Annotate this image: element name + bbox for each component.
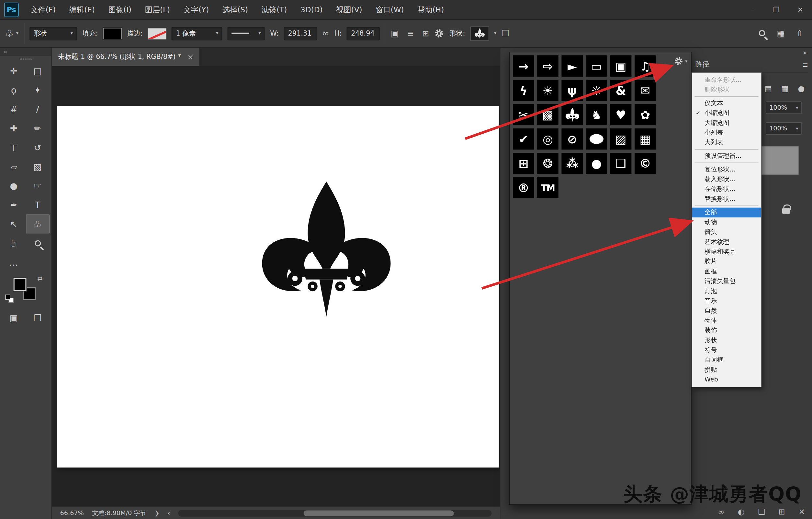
flower-shape[interactable]: ✿ <box>635 104 656 126</box>
chevron-down-icon[interactable]: ▾ <box>494 31 496 36</box>
flyout-menu-item[interactable]: 台词框 <box>692 355 761 365</box>
magic-wand-tool[interactable]: ✦ <box>26 80 50 99</box>
check-mark-shape[interactable]: ✔ <box>513 128 534 150</box>
combine-shapes-icon[interactable]: ❐ <box>501 28 509 38</box>
zoom-level[interactable]: 66.67% <box>60 509 84 516</box>
default-colors-icon[interactable] <box>5 295 10 300</box>
search-icon[interactable] <box>759 28 765 38</box>
flyout-menu-item[interactable]: 画框 <box>692 267 761 276</box>
stamp-shape[interactable]: ▩ <box>537 104 558 126</box>
collapse-panel-icon[interactable]: « <box>4 49 7 55</box>
heart-shape[interactable]: ♥ <box>610 104 632 126</box>
horizontal-scrollbar[interactable] <box>178 510 491 516</box>
direct-selection-tool[interactable]: ↖ <box>2 214 26 233</box>
flyout-menu-item[interactable]: 拼贴 <box>692 365 761 375</box>
target-shape[interactable]: ◎ <box>537 128 558 150</box>
menubar-item[interactable]: 图层(L) <box>138 0 177 20</box>
thick-frame-shape[interactable]: ❏ <box>610 153 632 174</box>
foreground-color-swatch[interactable] <box>13 278 27 291</box>
hand-tool[interactable]: ☞ <box>2 234 26 253</box>
panel-grip-icon[interactable] <box>20 59 32 60</box>
restore-button[interactable]: ❐ <box>765 0 789 20</box>
new-layer-icon[interactable]: ⊞ <box>779 507 785 517</box>
speech-bubble-shape[interactable] <box>586 128 607 150</box>
flyout-menu-item[interactable]: 横幅和奖品 <box>692 247 761 256</box>
eraser-tool[interactable]: ▱ <box>2 157 26 176</box>
stroke-style-select[interactable]: ▾ <box>228 27 265 40</box>
musical-notes-shape[interactable]: ♫ <box>635 55 656 77</box>
menubar-item[interactable]: 视图(V) <box>329 0 369 20</box>
screen-mode-button[interactable]: ❐ <box>26 308 50 327</box>
rectangular-marquee-tool[interactable]: □ <box>26 61 50 80</box>
grass-shape[interactable]: ψ <box>561 80 583 101</box>
panel-menu-icon[interactable]: ≡ <box>802 61 808 69</box>
layer-thumbnail[interactable] <box>761 146 799 175</box>
path-arrangement-icon[interactable]: ⊞ <box>422 28 429 38</box>
menubar-item[interactable]: 文件(F) <box>24 0 62 20</box>
custom-shape-tool[interactable]: ♧ <box>26 214 50 233</box>
menubar-item[interactable]: 3D(D) <box>294 0 329 20</box>
fill-opacity-select[interactable]: 100% ▾ <box>766 122 802 134</box>
diagonal-stripes-shape[interactable]: ▨ <box>610 128 632 150</box>
close-tab-icon[interactable]: × <box>187 53 194 61</box>
blur-tool[interactable]: ● <box>2 176 26 195</box>
bold-arrow-shape[interactable]: ⇨ <box>537 55 558 77</box>
tools-panel-header[interactable]: « <box>0 48 51 56</box>
flyout-menu-item[interactable]: 大缩览图 <box>692 118 761 128</box>
status-expand-icon[interactable]: ❯ <box>154 510 159 516</box>
menubar-item[interactable]: 选择(S) <box>215 0 255 20</box>
stroke-width-select[interactable]: 1 像素 ▾ <box>172 27 223 40</box>
flyout-menu-item[interactable]: 小列表 <box>692 128 761 138</box>
menubar-item[interactable]: 窗口(W) <box>369 0 410 20</box>
canvas[interactable] <box>57 106 499 467</box>
flyout-menu-item[interactable]: 符号 <box>692 345 761 355</box>
menubar-item[interactable]: 滤镜(T) <box>255 0 294 20</box>
lightning-shape[interactable]: ϟ <box>513 80 534 101</box>
shape-picker-menu-button[interactable]: ▾ <box>674 56 687 66</box>
link-dimensions-icon[interactable]: ∞ <box>322 28 329 38</box>
fleur-de-lis-shape[interactable] <box>561 104 583 126</box>
menubar-item[interactable]: 帮助(H) <box>410 0 451 20</box>
flyout-menu-item[interactable]: Web <box>692 375 761 385</box>
menubar-item[interactable]: 编辑(E) <box>62 0 102 20</box>
expand-panels-icon[interactable]: » <box>803 49 807 56</box>
flyout-menu-item[interactable]: 污渍矢量包 <box>692 276 761 286</box>
workspace-icon[interactable]: ▦ <box>777 28 784 38</box>
scrollbar-thumb[interactable] <box>304 510 454 516</box>
tool-mode-select[interactable]: 形状 ▾ <box>29 27 77 40</box>
menubar-item[interactable]: 文字(Y) <box>177 0 215 20</box>
flyout-menu-item[interactable]: 艺术纹理 <box>692 237 761 247</box>
flyout-menu-item[interactable]: 装饰 <box>692 326 761 335</box>
edit-toolbar-button[interactable]: … <box>2 253 26 272</box>
spot-healing-brush-tool[interactable]: ✚ <box>2 118 26 138</box>
brush-tool[interactable]: ✏ <box>26 118 50 138</box>
envelope-shape[interactable]: ✉ <box>635 80 656 101</box>
solid-arrow-shape[interactable]: ► <box>561 55 583 77</box>
frame-shape[interactable]: ▣ <box>610 55 632 77</box>
swap-colors-icon[interactable]: ⇄ <box>37 275 42 282</box>
flyout-menu-item[interactable]: 大列表 <box>692 138 761 148</box>
scroll-left-icon[interactable]: ‹ <box>168 509 170 516</box>
trademark-shape[interactable]: TM <box>537 177 558 199</box>
flyout-menu-item[interactable]: 预设管理器... <box>692 151 761 161</box>
link-layers-icon[interactable]: ∞ <box>718 507 724 517</box>
opacity-select[interactable]: 100% ▾ <box>766 101 802 114</box>
flyout-menu-item[interactable]: 箭头 <box>692 227 761 237</box>
delete-layer-icon[interactable]: ✕ <box>799 507 805 517</box>
fill-color-swatch[interactable] <box>103 28 122 39</box>
flyout-menu-item[interactable]: ✓小缩览图 <box>692 108 761 118</box>
close-button[interactable]: ✕ <box>788 0 812 20</box>
flyout-menu-item[interactable]: 全部 <box>692 208 761 217</box>
flyout-menu-item[interactable]: 自然 <box>692 306 761 316</box>
flyout-menu-item[interactable]: 灯泡 <box>692 286 761 296</box>
flyout-menu-item[interactable]: 存储形状... <box>692 184 761 194</box>
path-alignment-icon[interactable]: ≡ <box>407 28 414 38</box>
width-input[interactable]: 291.31 <box>284 27 317 40</box>
no-symbol-shape[interactable]: ⊘ <box>561 128 583 150</box>
flyout-menu-item[interactable]: 形状 <box>692 336 761 345</box>
share-icon[interactable]: ⇧ <box>796 28 803 38</box>
pen-tool[interactable]: ✒ <box>2 195 26 214</box>
flyout-menu-item[interactable]: 胶片 <box>692 257 761 267</box>
flyout-menu-item[interactable]: 音乐 <box>692 296 761 306</box>
panel-strip-icon-b[interactable]: ▦ <box>781 84 789 93</box>
